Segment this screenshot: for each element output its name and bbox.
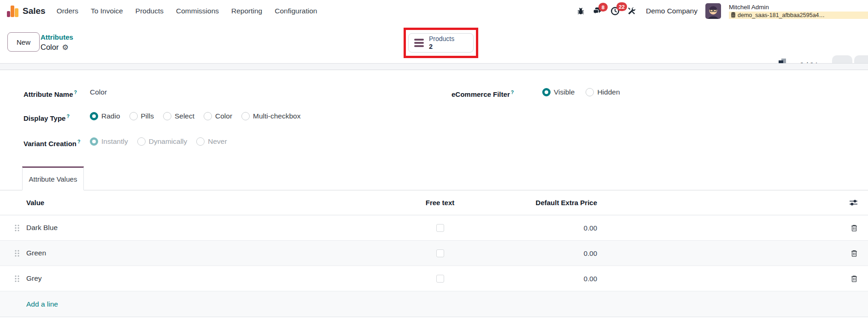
- price-cell[interactable]: 0.00: [584, 275, 597, 283]
- radio-select[interactable]: Select: [163, 112, 194, 120]
- radio-multi-checkbox[interactable]: Multi-checkbox: [241, 112, 300, 120]
- breadcrumb-attributes-link[interactable]: Attributes: [41, 33, 73, 41]
- user-avatar[interactable]: [705, 3, 721, 19]
- attribute-values-section: Attribute Values Value Free text Default…: [0, 167, 868, 317]
- company-switcher[interactable]: Demo Company: [646, 7, 698, 15]
- menu-commissions[interactable]: Commissions: [176, 7, 219, 15]
- variant-creation-group: Instantly Dynamically Never: [90, 135, 227, 148]
- database-name: demo_saas-181_afbbaa2595a4…: [738, 12, 825, 18]
- drag-handle-icon[interactable]: [14, 275, 21, 283]
- radio-pills-control[interactable]: [129, 112, 138, 120]
- radio-instantly: Instantly: [90, 137, 128, 146]
- radio-multi-checkbox-control[interactable]: [241, 112, 250, 120]
- value-cell[interactable]: Grey: [26, 274, 42, 283]
- messages-badge: 8: [598, 3, 608, 12]
- panel-separator: [0, 63, 868, 70]
- ecommerce-filter-group: Visible Hidden: [542, 86, 620, 99]
- drag-handle-icon[interactable]: [14, 224, 21, 232]
- breadcrumb-current: Color: [41, 42, 59, 52]
- trash-icon: [850, 275, 858, 283]
- database-icon: [731, 12, 736, 18]
- delete-row-button[interactable]: [850, 275, 858, 283]
- attribute-name-value[interactable]: Color: [90, 88, 107, 96]
- radio-never: Never: [196, 137, 227, 146]
- stat-button-value: 2: [429, 43, 454, 50]
- display-type-group: Radio Pills Select Color Multi-checkbox: [90, 110, 300, 123]
- menu-products[interactable]: Products: [135, 7, 164, 15]
- sales-app-icon: [6, 5, 19, 18]
- app-name[interactable]: Sales: [23, 6, 46, 16]
- odoo-attributes-screen: Sales Orders To Invoice Products Commiss…: [0, 0, 868, 331]
- radio-select-control[interactable]: [163, 112, 171, 120]
- help-icon: ?: [74, 89, 77, 95]
- top-navbar: Sales Orders To Invoice Products Commiss…: [0, 0, 868, 22]
- radio-radio[interactable]: Radio: [90, 112, 120, 120]
- activities-badge: 22: [616, 2, 627, 11]
- list-icon: [414, 39, 424, 47]
- delete-row-button[interactable]: [850, 249, 858, 257]
- price-cell[interactable]: 0.00: [584, 224, 597, 232]
- new-button[interactable]: New: [7, 32, 40, 52]
- radio-never-control: [196, 137, 205, 146]
- add-a-line-link[interactable]: Add a line: [26, 300, 58, 308]
- menu-configuration[interactable]: Configuration: [275, 7, 317, 15]
- add-line-row: Add a line: [0, 291, 868, 317]
- radio-pills[interactable]: Pills: [129, 112, 154, 120]
- radio-dynamically-control: [137, 137, 146, 146]
- stat-button-label: Products: [429, 35, 454, 42]
- tools-icon[interactable]: [628, 7, 636, 16]
- column-header-default-extra-price: Default Extra Price: [475, 199, 597, 207]
- radio-visible[interactable]: Visible: [542, 88, 575, 96]
- help-icon: ?: [511, 89, 514, 95]
- free-text-checkbox[interactable]: [436, 224, 444, 232]
- form-row-attribute-name: Attribute Name? Color eCommerce Filter? …: [0, 86, 868, 99]
- database-strip: demo_saas-181_afbbaa2595a4…: [729, 12, 868, 19]
- form-sheet: Attribute Name? Color eCommerce Filter? …: [0, 70, 868, 331]
- price-cell[interactable]: 0.00: [584, 249, 597, 257]
- main-menu: Orders To Invoice Products Commissions R…: [57, 7, 317, 15]
- activities-icon[interactable]: 22: [610, 6, 620, 16]
- trash-icon: [850, 224, 858, 232]
- gear-icon[interactable]: ⚙: [62, 43, 68, 52]
- products-stat-button[interactable]: Products 2: [408, 33, 474, 53]
- radio-hidden-control[interactable]: [586, 88, 594, 96]
- help-icon: ?: [66, 113, 69, 119]
- radio-color-control[interactable]: [204, 112, 212, 120]
- free-text-checkbox[interactable]: [436, 275, 444, 283]
- attribute-name-label: Attribute Name?: [23, 86, 77, 101]
- menu-orders[interactable]: Orders: [57, 7, 78, 15]
- trash-icon: [850, 249, 858, 257]
- radio-hidden[interactable]: Hidden: [586, 88, 620, 96]
- form-row-variant-creation: Variant Creation? Instantly Dynamically …: [0, 135, 868, 148]
- systray: 8 22 Demo Company: [577, 3, 868, 19]
- radio-color[interactable]: Color: [204, 112, 232, 120]
- value-cell[interactable]: Green: [26, 249, 46, 257]
- ecommerce-filter-label: eCommerce Filter?: [452, 86, 514, 101]
- free-text-checkbox[interactable]: [436, 249, 444, 257]
- sales-app-menu[interactable]: Sales: [6, 5, 46, 18]
- table-header-row: Value Free text Default Extra Price: [0, 190, 868, 215]
- tab-attribute-values[interactable]: Attribute Values: [22, 166, 84, 190]
- drag-handle-icon[interactable]: [14, 249, 21, 257]
- radio-visible-control[interactable]: [542, 88, 551, 96]
- bug-icon[interactable]: [577, 7, 585, 15]
- value-cell[interactable]: Dark Blue: [26, 224, 58, 232]
- radio-radio-control[interactable]: [90, 112, 98, 120]
- form-row-display-type: Display Type? Radio Pills Select Color M…: [0, 110, 868, 123]
- column-header-value: Value: [0, 199, 405, 207]
- table-row[interactable]: Grey 0.00: [0, 266, 868, 291]
- column-header-free-text: Free text: [405, 199, 475, 207]
- radio-dynamically: Dynamically: [137, 137, 188, 146]
- user-menu[interactable]: Mitchell Admin demo_saas-181_afbbaa2595a…: [729, 4, 868, 19]
- table-row[interactable]: Green 0.00: [0, 241, 868, 266]
- messages-icon[interactable]: 8: [592, 7, 603, 15]
- notebook-tabs: Attribute Values: [0, 167, 868, 190]
- optional-columns-icon[interactable]: [849, 199, 858, 206]
- breadcrumb: Attributes Color ⚙: [41, 33, 73, 52]
- menu-to-invoice[interactable]: To Invoice: [91, 7, 123, 15]
- menu-reporting[interactable]: Reporting: [231, 7, 262, 15]
- delete-row-button[interactable]: [850, 224, 858, 232]
- user-name: Mitchell Admin: [729, 4, 868, 11]
- table-row[interactable]: Dark Blue 0.00: [0, 215, 868, 241]
- radio-instantly-control: [90, 137, 98, 146]
